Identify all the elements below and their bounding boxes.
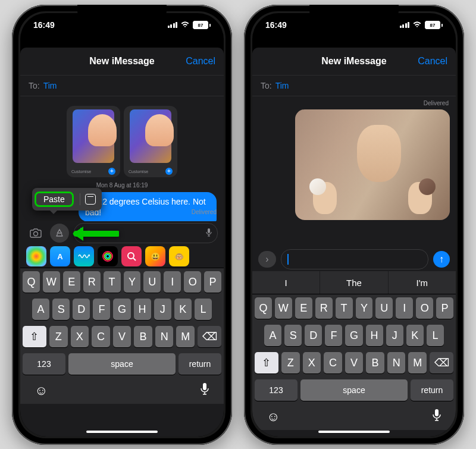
key-p[interactable]: P xyxy=(436,297,453,319)
key-m[interactable]: M xyxy=(408,352,427,373)
key-f[interactable]: F xyxy=(93,299,110,320)
key-j[interactable]: J xyxy=(386,325,403,346)
key-x[interactable]: X xyxy=(71,326,89,347)
key-v[interactable]: V xyxy=(113,326,131,347)
memoji-app-icon[interactable]: 😃 xyxy=(145,246,165,266)
search-app-icon[interactable] xyxy=(121,246,142,266)
key-v[interactable]: V xyxy=(345,352,364,373)
animoji-app-icon[interactable]: 🐵 xyxy=(169,246,189,266)
key-q[interactable]: Q xyxy=(23,271,40,293)
key-t[interactable]: T xyxy=(336,297,353,319)
key-y[interactable]: Y xyxy=(356,297,373,319)
key-t[interactable]: T xyxy=(104,271,121,293)
key-h[interactable]: H xyxy=(134,299,151,320)
key-n[interactable]: N xyxy=(155,326,174,347)
key-g[interactable]: G xyxy=(345,325,362,346)
key-q[interactable]: Q xyxy=(255,297,272,319)
photos-app-icon[interactable] xyxy=(26,246,46,266)
key-e[interactable]: E xyxy=(295,297,312,319)
dictation-icon[interactable] xyxy=(205,228,212,239)
key-x[interactable]: X xyxy=(303,352,321,373)
home-indicator[interactable] xyxy=(318,431,390,433)
key-z[interactable]: Z xyxy=(49,326,68,347)
address-bar[interactable]: To: Tim xyxy=(20,76,224,96)
key-g[interactable]: G xyxy=(113,299,130,320)
delete-key[interactable]: ⌫ xyxy=(198,326,221,347)
numeric-key[interactable]: 123 xyxy=(23,353,65,375)
key-s[interactable]: S xyxy=(52,299,70,320)
cancel-button[interactable]: Cancel xyxy=(186,56,215,67)
plus-icon[interactable]: + xyxy=(108,168,115,175)
key-a[interactable]: A xyxy=(264,325,281,346)
key-n[interactable]: N xyxy=(387,352,406,373)
space-key[interactable]: space xyxy=(68,353,176,375)
app-drawer[interactable]: A 😃 🐵 xyxy=(20,245,224,268)
key-b[interactable]: B xyxy=(366,352,384,373)
prediction[interactable]: The xyxy=(320,271,388,294)
home-indicator[interactable] xyxy=(86,431,158,433)
key-p[interactable]: P xyxy=(204,271,221,293)
key-w[interactable]: W xyxy=(275,297,292,319)
wifi-icon xyxy=(180,20,190,30)
key-m[interactable]: M xyxy=(176,326,195,347)
key-i[interactable]: I xyxy=(396,297,413,319)
prediction[interactable]: I'm xyxy=(389,271,456,294)
key-i[interactable]: I xyxy=(164,271,181,293)
space-key[interactable]: space xyxy=(300,379,408,401)
key-o[interactable]: O xyxy=(184,271,201,293)
return-key[interactable]: return xyxy=(411,379,453,401)
key-k[interactable]: K xyxy=(406,325,424,346)
expand-apps-icon[interactable]: › xyxy=(258,251,276,268)
appstore-app-icon[interactable]: A xyxy=(50,246,70,266)
key-f[interactable]: F xyxy=(325,325,342,346)
music-app-icon[interactable] xyxy=(74,246,94,266)
numeric-key[interactable]: 123 xyxy=(255,379,298,401)
key-d[interactable]: D xyxy=(305,325,322,346)
fitness-app-icon[interactable] xyxy=(98,246,118,266)
shift-key[interactable]: ⇧ xyxy=(23,326,46,347)
pasted-image-attachment[interactable] xyxy=(295,109,450,220)
key-b[interactable]: B xyxy=(134,326,152,347)
key-s[interactable]: S xyxy=(284,325,302,346)
return-key[interactable]: return xyxy=(178,353,221,375)
key-l[interactable]: L xyxy=(427,325,444,346)
key-o[interactable]: O xyxy=(416,297,433,319)
emoji-icon[interactable]: ☺ xyxy=(267,409,280,425)
notch xyxy=(77,5,167,21)
key-h[interactable]: H xyxy=(366,325,383,346)
paste-button[interactable]: Paste xyxy=(35,191,74,207)
key-j[interactable]: J xyxy=(154,299,171,320)
key-u[interactable]: U xyxy=(143,271,161,293)
send-button[interactable]: ↑ xyxy=(433,251,450,268)
key-k[interactable]: K xyxy=(174,299,192,320)
plus-icon[interactable]: + xyxy=(165,168,173,175)
scan-text-icon[interactable] xyxy=(85,194,96,205)
address-bar[interactable]: To: Tim xyxy=(252,76,456,96)
key-l[interactable]: L xyxy=(195,299,212,320)
shift-key[interactable]: ⇧ xyxy=(255,352,278,373)
key-y[interactable]: Y xyxy=(124,271,141,293)
key-r[interactable]: R xyxy=(83,271,101,293)
key-c[interactable]: C xyxy=(324,352,342,373)
mic-icon[interactable] xyxy=(200,382,209,399)
key-d[interactable]: D xyxy=(73,299,90,320)
attachment-thumbnail[interactable]: Customise+ xyxy=(67,106,120,177)
attachment-thumbnail[interactable]: Customise+ xyxy=(124,106,177,177)
key-a[interactable]: A xyxy=(32,299,49,320)
key-e[interactable]: E xyxy=(63,271,80,293)
emoji-icon[interactable]: ☺ xyxy=(35,383,48,398)
key-c[interactable]: C xyxy=(92,326,110,347)
delete-key[interactable]: ⌫ xyxy=(430,352,453,373)
prediction[interactable]: I xyxy=(252,271,320,294)
key-u[interactable]: U xyxy=(375,297,393,319)
message-thread[interactable]: Delivered xyxy=(252,96,456,247)
message-thread[interactable]: Customise+ Customise+ Mon 8 Aug at 16:19… xyxy=(20,96,224,221)
key-z[interactable]: Z xyxy=(281,352,300,373)
appstore-icon[interactable] xyxy=(50,224,69,243)
key-r[interactable]: R xyxy=(315,297,333,319)
mic-icon[interactable] xyxy=(432,409,441,425)
message-input[interactable] xyxy=(281,249,428,269)
camera-icon[interactable] xyxy=(26,224,45,243)
cancel-button[interactable]: Cancel xyxy=(418,56,447,67)
key-w[interactable]: W xyxy=(43,271,60,293)
